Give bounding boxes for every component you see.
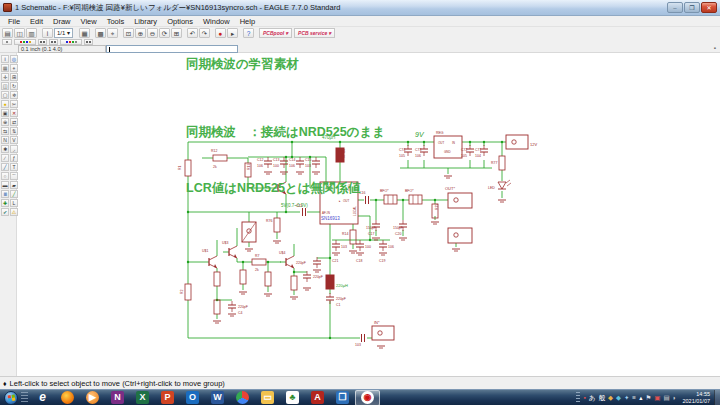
text-tool-icon[interactable]: T [10,163,18,171]
help-button[interactable]: ? [243,28,254,38]
split-tool-icon[interactable]: ∕ [1,154,9,162]
tray-flag-icon[interactable]: ⚑ [645,391,651,405]
errors-tool-icon[interactable]: ⚠ [10,208,18,216]
taskbar-wmp-button[interactable]: ▶ [80,390,105,405]
taskbar-onenote-button[interactable]: N [105,390,130,405]
replace-tool-icon[interactable]: ⇆ [1,127,9,135]
close-button[interactable]: ✕ [701,2,717,13]
tray-eagle-icon[interactable]: ▣ [654,391,660,405]
taskbar-ie-button[interactable]: e [30,390,55,405]
copy-tool-icon[interactable]: ⊞ [10,73,18,81]
schematic-canvas[interactable]: 470μH9V5V(0.7~0.9V)220μHSN16913R122kR13C… [0,53,720,376]
open-button[interactable]: ▤ [2,28,13,38]
info-tool-icon[interactable]: i [1,55,9,63]
erc-tool-icon[interactable]: ✔ [1,208,9,216]
polygon-tool-icon[interactable]: ▰ [10,181,18,189]
pinswap-tool-icon[interactable]: ⇄ [10,118,18,126]
menu-tools[interactable]: Tools [102,17,130,26]
pcbservice-button[interactable]: PCB service ▾ [294,28,335,38]
zoom-redraw-button[interactable]: ⟳ [159,28,170,38]
sheet-combo[interactable]: 1/1 ▾ [54,28,73,38]
taskbar-outlook-button[interactable]: O [180,390,205,405]
taskbar-explorer-button[interactable]: ▭ [255,390,280,405]
tray-red-icon[interactable]: ▪ [583,391,585,405]
tray-kbd-icon[interactable]: ≡ [632,391,636,405]
show-tool-icon[interactable]: ◎ [10,55,18,63]
taskbar-powerpoint-button[interactable]: P [155,390,180,405]
menu-view[interactable]: View [76,17,102,26]
taskbar-word-button[interactable]: W [205,390,230,405]
taskbar-chrome-button[interactable] [230,390,255,405]
zoom-in-button[interactable]: ⊕ [135,28,146,38]
taskbar-firefox-button[interactable] [55,390,80,405]
miter-tool-icon[interactable]: ◞ [10,145,18,153]
label-tool-icon[interactable]: L [10,199,18,207]
display-tool-icon[interactable]: ▦ [1,64,9,72]
minimize-button[interactable]: – [667,2,683,13]
menu-window[interactable]: Window [198,17,235,26]
info-button[interactable]: i [42,28,53,38]
undo-button[interactable]: ↶ [187,28,198,38]
tray-icon-2[interactable]: ◆ [616,391,621,405]
tray-icon-3[interactable]: ✦ [624,391,629,405]
start-button[interactable] [4,391,18,405]
group-tool-icon[interactable]: ▢ [1,91,9,99]
display-button[interactable]: ▩ [95,28,106,38]
tray-ime-a-icon[interactable]: あ [589,391,596,405]
gateswap-tool-icon[interactable]: ⇅ [10,127,18,135]
zoom-select-button[interactable]: ⊞ [171,28,182,38]
rotate-tool-icon[interactable]: ↻ [10,82,18,90]
mark-tool-icon[interactable]: ⌖ [10,64,18,72]
add-tool-icon[interactable]: ⊕ [1,118,9,126]
name-tool-icon[interactable]: N [1,136,9,144]
mirror-tool-icon[interactable]: ◫ [1,82,9,90]
go-button[interactable]: ▸ [227,28,238,38]
net-tool-icon[interactable]: ╱ [10,190,18,198]
redo-button[interactable]: ↷ [199,28,210,38]
taskbar-eagle-button[interactable]: ◉ [355,390,380,405]
mark-button[interactable]: ⌖ [107,28,118,38]
grid-button[interactable]: ▦ [79,28,90,38]
rect-tool-icon[interactable]: ▬ [1,181,9,189]
value-tool-icon[interactable]: V [10,136,18,144]
taskbar-clock[interactable]: 14:55 2021/01/07 [682,391,710,404]
tray-ime-gen-icon[interactable]: 般 [598,391,605,405]
tray-expand-icon[interactable]: ▴ [639,391,642,405]
delete-tool-icon[interactable]: ✕ [10,109,18,117]
menu-library[interactable]: Library [129,17,162,26]
paint-tool-icon[interactable]: ● [1,100,9,108]
taskbar-excel-button[interactable]: X [130,390,155,405]
command-input[interactable] [106,45,238,53]
smash-tool-icon[interactable]: ✱ [1,145,9,153]
menu-draw[interactable]: Draw [48,17,76,26]
wire-tool-icon[interactable]: ╱ [1,163,9,171]
zoom-out-button[interactable]: ⊖ [147,28,158,38]
cut-tool-icon[interactable]: ✂ [10,100,18,108]
paste-tool-icon[interactable]: ▣ [1,109,9,117]
taskbar-acrobat-button[interactable]: A [305,390,330,405]
arc-tool-icon[interactable]: ⌒ [10,172,18,180]
menu-help[interactable]: Help [235,17,260,26]
circle-tool-icon[interactable]: ○ [1,172,9,180]
change-tool-icon[interactable]: ✲ [10,91,18,99]
maximize-button[interactable]: ❐ [684,2,700,13]
stop-button[interactable]: ● [215,28,226,38]
taskbar-blue-app-button[interactable]: ❐ [330,390,355,405]
junction-tool-icon[interactable]: ✚ [1,199,9,207]
tray-icon-1[interactable]: ◆ [608,391,613,405]
print-button[interactable]: ▥ [26,28,37,38]
pcbpool-button[interactable]: PCBpool ▾ [259,28,292,38]
tray-volume-icon[interactable]: ◗ [673,391,677,405]
menu-options[interactable]: Options [162,17,198,26]
move-tool-icon[interactable]: ✛ [1,73,9,81]
layer-grid-button[interactable] [2,39,12,45]
tray-network-icon[interactable]: ▤ [663,391,669,405]
menu-file[interactable]: File [3,17,25,26]
invoke-tool-icon[interactable]: ƒ [10,154,18,162]
show-desktop-button[interactable] [714,390,720,405]
save-button[interactable]: ◫ [14,28,25,38]
zoom-fit-button[interactable]: ⊡ [123,28,134,38]
menu-edit[interactable]: Edit [25,17,48,26]
bus-tool-icon[interactable]: ≣ [1,190,9,198]
taskbar-green-app-button[interactable]: ♣ [280,390,305,405]
